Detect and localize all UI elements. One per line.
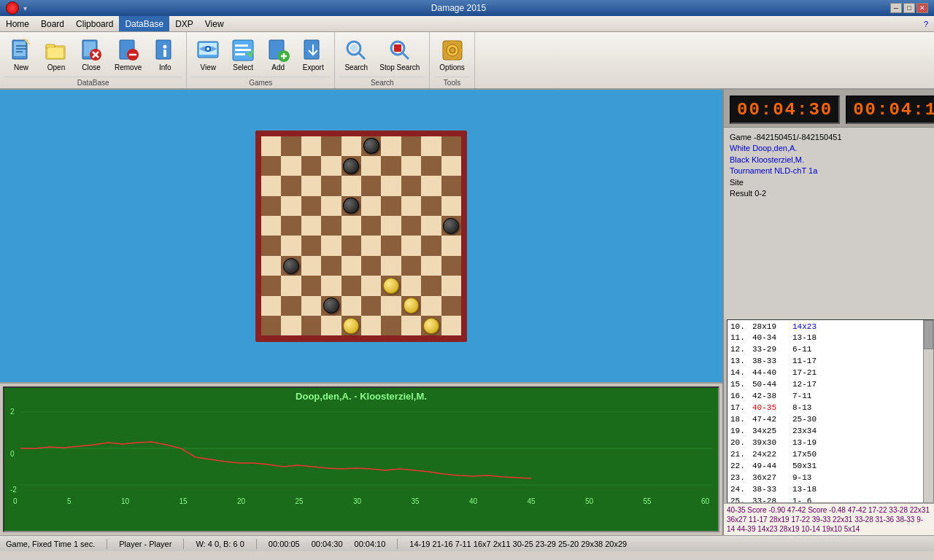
board-cell-9-2[interactable] [301,316,321,335]
remove-button[interactable]: Remove [109,35,147,75]
board-cell-6-3[interactable] [321,256,341,276]
board-cell-2-4[interactable] [341,176,361,195]
board-cell-9-0[interactable] [261,316,281,335]
board-cell-4-7[interactable] [401,216,421,236]
board-cell-6-6[interactable] [381,256,401,276]
stopsearch-button[interactable]: Stop Search [374,35,425,75]
view-button[interactable]: View [191,35,225,75]
info-button[interactable]: Info [148,35,182,75]
board-cell-0-2[interactable] [301,136,321,156]
board-cell-5-7[interactable] [401,236,421,255]
maximize-button[interactable]: □ [903,3,915,13]
board-cell-3-1[interactable] [281,196,301,216]
board-cell-4-9[interactable] [441,216,461,236]
board-cell-7-3[interactable] [321,276,341,295]
board-cell-1-6[interactable] [381,156,401,176]
board-cell-6-8[interactable] [421,256,441,276]
board-cell-3-2[interactable] [301,196,321,216]
board-cell-9-4[interactable] [341,316,361,335]
board-cell-5-2[interactable] [301,236,321,255]
board-cell-8-3[interactable] [321,296,341,316]
board-cell-3-8[interactable] [421,196,441,216]
board-cell-0-4[interactable] [341,136,361,156]
export-button[interactable]: Export [296,35,330,75]
board-cell-3-4[interactable] [341,196,361,216]
board-cell-5-9[interactable] [441,236,461,255]
board-cell-9-1[interactable] [281,316,301,335]
board-cell-5-4[interactable] [341,236,361,255]
board-cell-9-8[interactable] [421,316,441,335]
board-cell-0-0[interactable] [261,136,281,156]
board-cell-5-6[interactable] [381,236,401,255]
board-cell-8-5[interactable] [361,296,381,316]
board-cell-3-3[interactable] [321,196,341,216]
board-cell-6-5[interactable] [361,256,381,276]
board-cell-2-5[interactable] [361,176,381,195]
board-cell-3-6[interactable] [381,196,401,216]
board-cell-4-2[interactable] [301,216,321,236]
board-cell-7-6[interactable] [381,276,401,295]
board-cell-4-1[interactable] [281,216,301,236]
board-cell-4-3[interactable] [321,216,341,236]
close-button-ribbon[interactable]: Close [74,35,108,75]
board-cell-7-0[interactable] [261,276,281,295]
board-cell-4-4[interactable] [341,216,361,236]
board-cell-6-9[interactable] [441,256,461,276]
board-cell-1-3[interactable] [321,156,341,176]
menu-home[interactable]: Home [0,16,35,31]
board-cell-5-0[interactable] [261,236,281,255]
board-cell-9-9[interactable] [441,316,461,335]
board-cell-0-9[interactable] [441,136,461,156]
board-cell-6-1[interactable] [281,256,301,276]
board-cell-4-5[interactable] [361,216,381,236]
moves-scrollbar[interactable] [923,320,933,503]
menu-view[interactable]: View [199,16,230,31]
board-cell-1-1[interactable] [281,156,301,176]
board-cell-4-8[interactable] [421,216,441,236]
board-cell-2-3[interactable] [321,176,341,195]
board-cell-5-5[interactable] [361,236,381,255]
board-cell-1-5[interactable] [361,156,381,176]
board-cell-7-7[interactable] [401,276,421,295]
board-cell-4-0[interactable] [261,216,281,236]
board-cell-8-9[interactable] [441,296,461,316]
open-button[interactable]: Open [39,35,73,75]
board-cell-1-2[interactable] [301,156,321,176]
board-cell-7-4[interactable] [341,276,361,295]
options-button[interactable]: Options [434,35,469,75]
board-cell-2-8[interactable] [421,176,441,195]
board-cell-2-6[interactable] [381,176,401,195]
board-cell-7-8[interactable] [421,276,441,295]
board-cell-0-8[interactable] [421,136,441,156]
board-cell-8-4[interactable] [341,296,361,316]
board-cell-8-8[interactable] [421,296,441,316]
board-cell-8-2[interactable] [301,296,321,316]
board-cell-2-9[interactable] [441,176,461,195]
board-cell-0-7[interactable] [401,136,421,156]
board-cell-1-8[interactable] [421,156,441,176]
add-button[interactable]: Add [261,35,295,75]
board-cell-1-0[interactable] [261,156,281,176]
board-cell-6-2[interactable] [301,256,321,276]
select-button[interactable]: Select [226,35,260,75]
board-cell-8-7[interactable] [401,296,421,316]
help-button[interactable]: ? [924,20,934,28]
board-cell-3-7[interactable] [401,196,421,216]
board-cell-1-9[interactable] [441,156,461,176]
board-cell-5-1[interactable] [281,236,301,255]
board-cell-2-1[interactable] [281,176,301,195]
menu-clipboard[interactable]: Clipboard [70,16,119,31]
scrollbar-thumb[interactable] [924,320,933,349]
board-cell-2-0[interactable] [261,176,281,195]
board-cell-2-7[interactable] [401,176,421,195]
board-cell-9-6[interactable] [381,316,401,335]
board-cell-1-7[interactable] [401,156,421,176]
board-cell-6-0[interactable] [261,256,281,276]
board-cell-5-3[interactable] [321,236,341,255]
search-button[interactable]: Search [339,35,373,75]
close-button[interactable]: ✕ [916,3,928,13]
board-cell-6-4[interactable] [341,256,361,276]
board-cell-1-4[interactable] [341,156,361,176]
board-cell-7-9[interactable] [441,276,461,295]
board-cell-8-0[interactable] [261,296,281,316]
